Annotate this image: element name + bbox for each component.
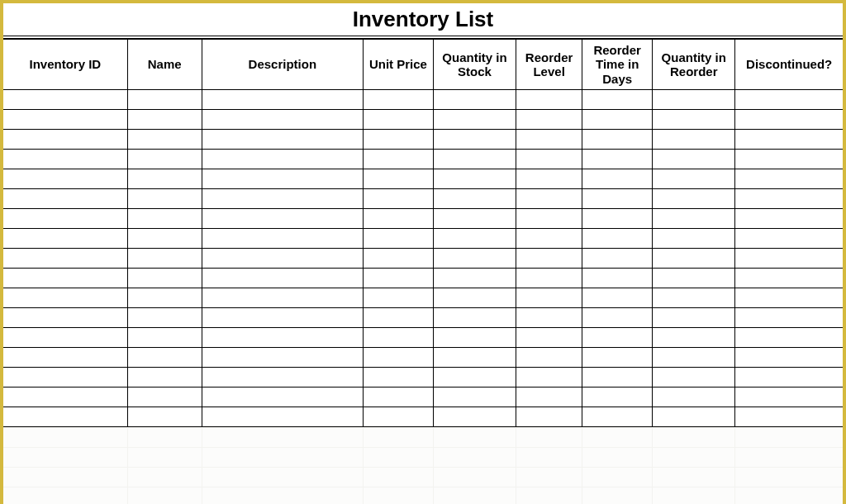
table-cell[interactable] xyxy=(653,109,735,129)
table-cell[interactable] xyxy=(735,188,843,208)
ghost-cell[interactable] xyxy=(735,487,843,504)
table-cell[interactable] xyxy=(3,89,127,109)
table-cell[interactable] xyxy=(202,109,363,129)
table-cell[interactable] xyxy=(363,149,433,169)
table-cell[interactable] xyxy=(202,327,363,347)
table-cell[interactable] xyxy=(653,367,735,387)
table-cell[interactable] xyxy=(363,387,433,407)
table-cell[interactable] xyxy=(582,347,653,367)
table-cell[interactable] xyxy=(582,367,653,387)
ghost-cell[interactable] xyxy=(582,487,653,504)
ghost-cell[interactable] xyxy=(516,447,582,467)
table-cell[interactable] xyxy=(516,228,582,248)
ghost-cell[interactable] xyxy=(516,427,582,447)
table-cell[interactable] xyxy=(653,169,735,188)
table-cell[interactable] xyxy=(582,208,653,228)
table-cell[interactable] xyxy=(127,347,202,367)
table-cell[interactable] xyxy=(127,188,202,208)
table-cell[interactable] xyxy=(516,268,582,288)
table-cell[interactable] xyxy=(582,149,653,169)
table-cell[interactable] xyxy=(653,129,735,149)
table-cell[interactable] xyxy=(127,208,202,228)
table-cell[interactable] xyxy=(433,307,516,327)
table-cell[interactable] xyxy=(202,248,363,268)
table-cell[interactable] xyxy=(202,268,363,288)
table-cell[interactable] xyxy=(516,407,582,426)
table-cell[interactable] xyxy=(363,169,433,188)
table-cell[interactable] xyxy=(582,268,653,288)
table-cell[interactable] xyxy=(582,89,653,109)
table-cell[interactable] xyxy=(735,288,843,307)
table-cell[interactable] xyxy=(653,248,735,268)
table-cell[interactable] xyxy=(127,268,202,288)
table-cell[interactable] xyxy=(735,89,843,109)
table-cell[interactable] xyxy=(735,109,843,129)
table-cell[interactable] xyxy=(433,327,516,347)
table-cell[interactable] xyxy=(3,367,127,387)
table-cell[interactable] xyxy=(127,407,202,426)
table-cell[interactable] xyxy=(433,288,516,307)
table-cell[interactable] xyxy=(582,387,653,407)
table-cell[interactable] xyxy=(735,228,843,248)
table-cell[interactable] xyxy=(3,407,127,426)
ghost-cell[interactable] xyxy=(433,467,516,487)
ghost-cell[interactable] xyxy=(363,487,433,504)
ghost-cell[interactable] xyxy=(3,467,127,487)
ghost-cell[interactable] xyxy=(363,447,433,467)
table-cell[interactable] xyxy=(516,169,582,188)
table-cell[interactable] xyxy=(433,149,516,169)
table-cell[interactable] xyxy=(653,327,735,347)
table-cell[interactable] xyxy=(516,208,582,228)
table-cell[interactable] xyxy=(363,347,433,367)
ghost-cell[interactable] xyxy=(582,467,653,487)
table-cell[interactable] xyxy=(3,387,127,407)
table-cell[interactable] xyxy=(433,208,516,228)
table-cell[interactable] xyxy=(653,407,735,426)
table-cell[interactable] xyxy=(3,307,127,327)
table-cell[interactable] xyxy=(516,188,582,208)
table-cell[interactable] xyxy=(202,89,363,109)
table-cell[interactable] xyxy=(3,109,127,129)
table-cell[interactable] xyxy=(202,407,363,426)
table-cell[interactable] xyxy=(3,268,127,288)
table-cell[interactable] xyxy=(433,367,516,387)
table-cell[interactable] xyxy=(363,307,433,327)
table-cell[interactable] xyxy=(516,307,582,327)
table-cell[interactable] xyxy=(363,367,433,387)
table-cell[interactable] xyxy=(653,347,735,367)
ghost-cell[interactable] xyxy=(363,427,433,447)
table-cell[interactable] xyxy=(653,188,735,208)
table-cell[interactable] xyxy=(127,129,202,149)
ghost-cell[interactable] xyxy=(653,467,735,487)
ghost-cell[interactable] xyxy=(202,447,363,467)
table-cell[interactable] xyxy=(582,109,653,129)
table-cell[interactable] xyxy=(127,367,202,387)
table-cell[interactable] xyxy=(3,347,127,367)
ghost-cell[interactable] xyxy=(653,427,735,447)
table-cell[interactable] xyxy=(735,407,843,426)
ghost-cell[interactable] xyxy=(735,447,843,467)
table-cell[interactable] xyxy=(202,169,363,188)
table-cell[interactable] xyxy=(433,188,516,208)
table-cell[interactable] xyxy=(3,188,127,208)
table-cell[interactable] xyxy=(433,169,516,188)
table-cell[interactable] xyxy=(433,407,516,426)
table-cell[interactable] xyxy=(433,89,516,109)
table-cell[interactable] xyxy=(363,208,433,228)
table-cell[interactable] xyxy=(433,228,516,248)
ghost-cell[interactable] xyxy=(735,467,843,487)
table-cell[interactable] xyxy=(202,307,363,327)
table-cell[interactable] xyxy=(735,367,843,387)
table-cell[interactable] xyxy=(433,109,516,129)
table-cell[interactable] xyxy=(735,248,843,268)
ghost-cell[interactable] xyxy=(127,487,202,504)
table-cell[interactable] xyxy=(653,149,735,169)
table-cell[interactable] xyxy=(433,129,516,149)
table-cell[interactable] xyxy=(127,288,202,307)
table-cell[interactable] xyxy=(735,208,843,228)
ghost-cell[interactable] xyxy=(202,487,363,504)
ghost-cell[interactable] xyxy=(433,447,516,467)
table-cell[interactable] xyxy=(202,188,363,208)
table-cell[interactable] xyxy=(516,149,582,169)
ghost-cell[interactable] xyxy=(202,467,363,487)
